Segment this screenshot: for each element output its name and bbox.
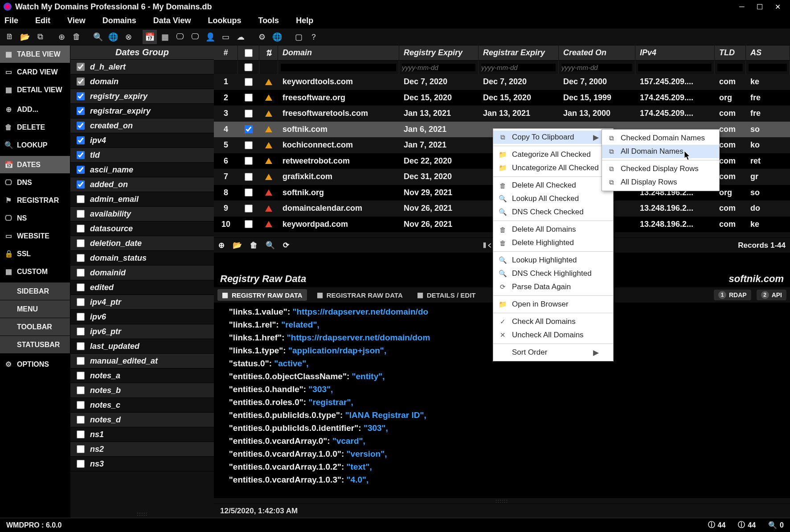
tab-details-edit[interactable]: ▦DETAILS / EDIT: [413, 289, 480, 301]
col-registrar-expiry[interactable]: Registrar Expiry: [479, 45, 559, 60]
column-checkbox[interactable]: [77, 416, 85, 424]
column-checkbox[interactable]: [77, 107, 85, 115]
sidebar-item-delete[interactable]: 🗑DELETE: [0, 119, 70, 136]
column-checkbox[interactable]: [77, 254, 85, 262]
col-num[interactable]: #: [214, 45, 238, 60]
sidebar-item-lookup[interactable]: 🔍LOOKUP: [0, 136, 70, 154]
col-ipv4[interactable]: IPv4: [635, 45, 715, 60]
sidebar-item-options[interactable]: ⚙OPTIONS: [0, 356, 70, 373]
menu-view[interactable]: View: [67, 16, 86, 25]
column-checkbox[interactable]: [77, 298, 85, 306]
row-checkbox[interactable]: [245, 125, 253, 133]
column-toggle-datasource[interactable]: datasource: [70, 221, 214, 236]
menu-item-uncheck-all-domains[interactable]: ✕Uncheck All Domains: [493, 328, 613, 342]
close-button[interactable]: ✕: [769, 1, 786, 12]
column-toggle-ipv6_ptr[interactable]: ipv6_ptr: [70, 324, 214, 339]
menu-item-lookup-all-checked[interactable]: 🔍Lookup All Checked: [493, 192, 613, 205]
column-toggle-availability[interactable]: availability: [70, 207, 214, 221]
page-first-icon[interactable]: ⦀﹤: [483, 240, 494, 250]
sidebar-item-toolbar[interactable]: TOOLBAR: [0, 318, 70, 336]
column-toggle-manual_edited_at[interactable]: manual_edited_at: [70, 354, 214, 368]
column-toggle-notes_a[interactable]: notes_a: [70, 368, 214, 383]
copy-icon[interactable]: ⧉: [33, 30, 47, 44]
dates-icon[interactable]: 📅: [143, 30, 157, 44]
col-check[interactable]: [238, 45, 259, 60]
menu-item-open-in-browser[interactable]: 📁Open in Browser: [493, 298, 613, 311]
column-checkbox[interactable]: [77, 63, 85, 71]
column-toggle-d_h_alert[interactable]: d_h_alert: [70, 60, 214, 74]
panel-icon[interactable]: ▢: [291, 30, 306, 44]
column-checkbox[interactable]: [77, 195, 85, 203]
menu-item-sort-order[interactable]: Sort Order▶: [493, 346, 613, 359]
column-checkbox[interactable]: [77, 78, 85, 86]
column-checkbox[interactable]: [77, 401, 85, 409]
rdap-badge[interactable]: 1RDAP: [714, 290, 751, 300]
row-checkbox[interactable]: [245, 94, 253, 102]
filter-created[interactable]: [561, 64, 632, 71]
column-toggle-registry_expiry[interactable]: registry_expiry: [70, 89, 214, 104]
filter-check[interactable]: [241, 63, 256, 71]
window-icon[interactable]: ▭: [218, 30, 233, 44]
column-toggle-ipv4_ptr[interactable]: ipv4_ptr: [70, 295, 214, 310]
footer-add-icon[interactable]: ⊕: [218, 241, 225, 250]
menu-item-checked-domain-names[interactable]: ⧉Checked Domain Names: [602, 131, 719, 145]
grid-icon[interactable]: ▦: [158, 30, 172, 44]
sidebar-item-card-view[interactable]: ▭CARD VIEW: [0, 63, 70, 81]
footer-search-icon[interactable]: 🔍: [266, 241, 275, 250]
tab-registry-raw[interactable]: ▦REGISTRY RAW DATA: [217, 289, 307, 301]
column-list[interactable]: d_h_alertdomainregistry_expiryregistrar_…: [70, 60, 214, 510]
delete-icon[interactable]: 🗑: [70, 30, 84, 44]
new-icon[interactable]: 🗎: [3, 30, 17, 44]
column-toggle-admin_email[interactable]: admin_email: [70, 192, 214, 207]
drag-handle-icon[interactable]: ::::::: [70, 510, 214, 518]
open-icon[interactable]: 📂: [18, 30, 32, 44]
raw-resize-handle[interactable]: ::::::: [214, 498, 790, 503]
sidebar-item-dns[interactable]: 🖵DNS: [0, 174, 70, 192]
row-checkbox[interactable]: [245, 188, 253, 196]
column-toggle-notes_c[interactable]: notes_c: [70, 398, 214, 413]
column-toggle-tld[interactable]: tld: [70, 148, 214, 163]
minimize-button[interactable]: ─: [733, 1, 751, 12]
table-row[interactable]: 3freesoftwaretools.comJan 13, 2021Jan 13…: [214, 106, 790, 122]
column-checkbox[interactable]: [77, 122, 85, 130]
menu-help[interactable]: Help: [296, 16, 313, 25]
column-checkbox[interactable]: [77, 283, 85, 291]
column-checkbox[interactable]: [77, 269, 85, 277]
menu-item-delete-all-domains[interactable]: 🗑Delete All Domains: [493, 223, 613, 236]
sidebar-item-menu[interactable]: MENU: [0, 300, 70, 318]
column-checkbox[interactable]: [77, 327, 85, 336]
tab-registrar-raw[interactable]: ▦REGISTRAR RAW DATA: [312, 289, 407, 301]
footer-folder-icon[interactable]: 📂: [233, 241, 242, 250]
column-checkbox[interactable]: [77, 313, 85, 321]
column-checkbox[interactable]: [77, 166, 85, 174]
column-checkbox[interactable]: [77, 225, 85, 233]
column-checkbox[interactable]: [77, 92, 85, 100]
menu-item-dns-check-checked[interactable]: 🔍DNS Check Checked: [493, 205, 613, 219]
filter-domain[interactable]: [281, 64, 396, 71]
column-toggle-domainid[interactable]: domainid: [70, 266, 214, 280]
column-toggle-domain[interactable]: domain: [70, 74, 214, 89]
column-toggle-created_on[interactable]: created_on: [70, 119, 214, 133]
table-row[interactable]: 2freesoftware.orgDec 15, 2020Dec 15, 202…: [214, 90, 790, 106]
row-checkbox[interactable]: [245, 220, 253, 228]
column-toggle-ascii_name[interactable]: ascii_name: [70, 163, 214, 177]
filter-registry[interactable]: [402, 64, 475, 71]
cancel-icon[interactable]: ⊗: [121, 30, 135, 44]
menu-item-all-domain-names[interactable]: ⧉All Domain Names: [602, 145, 719, 158]
row-checkbox[interactable]: [245, 157, 253, 165]
column-toggle-ipv6[interactable]: ipv6: [70, 310, 214, 324]
column-toggle-added_on[interactable]: added_on: [70, 177, 214, 192]
col-created-on[interactable]: Created On: [559, 45, 635, 60]
column-toggle-notes_d[interactable]: notes_d: [70, 413, 214, 427]
column-checkbox[interactable]: [77, 239, 85, 247]
filter-ascii[interactable]: [749, 64, 787, 71]
column-toggle-ns1[interactable]: ns1: [70, 427, 214, 442]
menu-item-delete-all-checked[interactable]: 🗑Delete All Checked: [493, 179, 613, 192]
user-icon[interactable]: 👤: [203, 30, 217, 44]
ns-icon[interactable]: 🖵: [188, 30, 202, 44]
menu-item-copy-to-clipboard[interactable]: ⧉Copy To Clipboard▶: [493, 131, 613, 144]
column-toggle-notes_b[interactable]: notes_b: [70, 383, 214, 398]
menu-lookups[interactable]: Lookups: [208, 16, 241, 25]
column-toggle-last_updated[interactable]: last_updated: [70, 339, 214, 354]
column-toggle-registrar_expiry[interactable]: registrar_expiry: [70, 104, 214, 119]
